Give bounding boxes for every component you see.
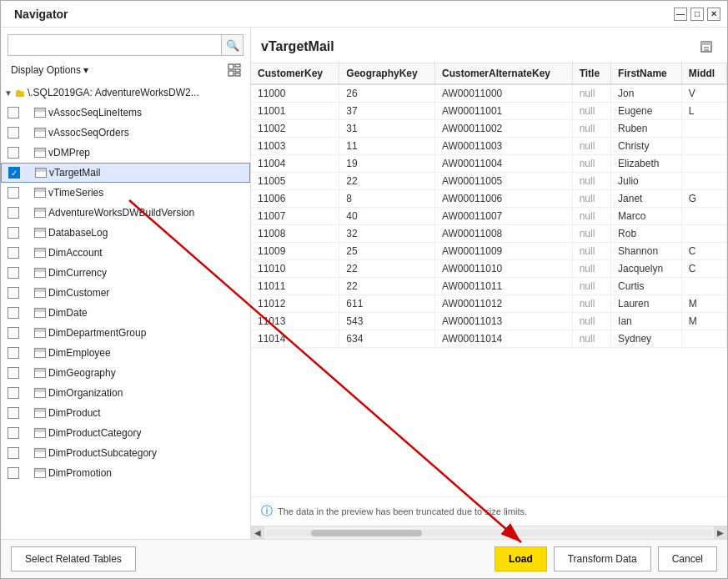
table-area[interactable]: CustomerKeyGeographyKeyCustomerAlternate… [251, 63, 727, 496]
tree-item-DimGeography[interactable]: DimGeography [1, 363, 250, 383]
checkbox-DimDepartmentGroup[interactable] [8, 327, 19, 339]
scroll-left-button[interactable]: ◀ [251, 526, 264, 540]
load-button[interactable]: Load [495, 546, 547, 571]
cell-middl [681, 208, 726, 225]
table-icon-DimAccount [34, 248, 46, 258]
tree-item-vDMPrep[interactable]: vDMPrep [1, 143, 250, 163]
display-options-label: Display Options [11, 64, 81, 76]
tree-item-DimProductSubcategory[interactable]: DimProductSubcategory [1, 443, 250, 463]
cell-firstname: Sydney [611, 330, 682, 348]
tree-item-vAssocSeqLineItems[interactable]: vAssocSeqLineItems [1, 103, 250, 123]
tree-item-DimCurrency[interactable]: DimCurrency [1, 263, 250, 283]
tree-item-DimProduct[interactable]: DimProduct [1, 403, 250, 423]
checkbox-DimEmployee[interactable] [8, 347, 19, 359]
cell-firstname: Eugene [611, 103, 682, 120]
tree-item-vTargetMail[interactable]: ✓vTargetMail [1, 163, 250, 183]
cell-geographykey: 40 [339, 208, 435, 225]
checkbox-DimProduct[interactable] [8, 407, 19, 419]
checkbox-DatabaseLog[interactable] [8, 227, 19, 239]
close-button[interactable]: ✕ [707, 8, 720, 21]
cell-middl: G [681, 190, 726, 208]
search-button[interactable]: 🔍 [222, 34, 244, 56]
tree-item-AdventureWorksDWBuildVersion[interactable]: AdventureWorksDWBuildVersion [1, 203, 250, 223]
tree-view-icon-button[interactable] [225, 61, 244, 79]
checkbox-DimProductCategory[interactable] [8, 427, 19, 439]
horizontal-scrollbar[interactable]: ◀ ▶ [251, 526, 727, 539]
checkbox-AdventureWorksDWBuildVersion[interactable] [8, 207, 19, 219]
restore-button[interactable]: □ [690, 8, 704, 21]
checkbox-DimOrganization[interactable] [8, 387, 19, 399]
cell-customerkey: 11000 [251, 84, 339, 103]
tree-item-DimEmployee[interactable]: DimEmployee [1, 343, 250, 363]
tree-item-DimPromotion[interactable]: DimPromotion [1, 463, 250, 483]
cell-geographykey: 543 [339, 313, 435, 330]
checkbox-vAssocSeqOrders[interactable] [8, 127, 19, 138]
cell-title: null [572, 155, 610, 173]
svg-rect-3 [235, 69, 240, 72]
display-options-button[interactable]: Display Options ▾ [8, 63, 92, 78]
cell-title: null [572, 208, 610, 225]
cell-customeralternatekey: AW00011003 [434, 138, 572, 155]
cell-middl [681, 225, 726, 243]
tree-item-label-vTimeSeries: vTimeSeries [48, 187, 103, 199]
checkbox-DimCustomer[interactable] [8, 287, 19, 299]
checkbox-DimPromotion[interactable] [8, 467, 19, 479]
checkbox-DimDate[interactable] [8, 307, 19, 319]
transform-data-button[interactable]: Transform Data [554, 546, 651, 571]
tree-item-DimOrganization[interactable]: DimOrganization [1, 383, 250, 403]
root-label: \.SQL2019GA: AdventureWorksDW2... [28, 87, 199, 98]
scroll-track[interactable] [266, 530, 712, 536]
title-bar-controls: — □ ✕ [674, 8, 720, 21]
preview-export-button[interactable] [695, 36, 717, 58]
tree-item-label-DimDepartmentGroup: DimDepartmentGroup [48, 327, 146, 339]
footer-left: Select Related Tables [11, 546, 136, 571]
col-header-firstname: FirstName [611, 63, 682, 84]
right-panel: vTargetMail CustomerKeyGeographyKeyCusto… [251, 28, 727, 539]
table-icon-DatabaseLog [34, 228, 46, 238]
tree-item-vAssocSeqOrders[interactable]: vAssocSeqOrders [1, 123, 250, 143]
tree-item-label-DimProductSubcategory: DimProductSubcategory [48, 447, 157, 459]
root-expand-arrow: ▼ [4, 88, 13, 98]
tree-item-DimAccount[interactable]: DimAccount [1, 243, 250, 263]
table-row: 1100231AW00011002nullRuben [251, 120, 727, 138]
search-input[interactable] [8, 34, 222, 56]
table-row: 1100740AW00011007nullMarco [251, 208, 727, 225]
cell-title: null [572, 260, 610, 278]
tree-item-label-AdventureWorksDWBuildVersion: AdventureWorksDWBuildVersion [48, 207, 194, 219]
title-bar: Navigator — □ ✕ [1, 1, 727, 28]
checkbox-DimAccount[interactable] [8, 247, 19, 259]
cell-customeralternatekey: AW00011007 [434, 208, 572, 225]
cell-title: null [572, 313, 610, 330]
cell-customeralternatekey: AW00011008 [434, 225, 572, 243]
checkbox-DimGeography[interactable] [8, 367, 19, 379]
cell-geographykey: 31 [339, 120, 435, 138]
table-row: 1100137AW00011001nullEugeneL [251, 103, 727, 120]
table-icon-vDMPrep [34, 148, 46, 158]
checkbox-vTargetMail[interactable]: ✓ [8, 167, 20, 179]
checkbox-vTimeSeries[interactable] [8, 187, 19, 199]
tree-item-DimCustomer[interactable]: DimCustomer [1, 283, 250, 303]
cell-customerkey: 11010 [251, 260, 339, 278]
tree-item-DimDepartmentGroup[interactable]: DimDepartmentGroup [1, 323, 250, 343]
svg-rect-1 [235, 64, 240, 67]
cell-middl: C [681, 243, 726, 260]
tree-item-vTimeSeries[interactable]: vTimeSeries [1, 183, 250, 203]
checkbox-DimProductSubcategory[interactable] [8, 447, 19, 459]
tree-items-container: vAssocSeqLineItemsvAssocSeqOrdersvDMPrep… [1, 103, 250, 483]
scroll-thumb[interactable] [311, 530, 423, 536]
cell-firstname: Marco [611, 208, 682, 225]
info-text: The data in the preview has been truncat… [278, 506, 527, 516]
cancel-button[interactable]: Cancel [658, 546, 717, 571]
checkbox-DimCurrency[interactable] [8, 267, 19, 279]
tree-item-DatabaseLog[interactable]: DatabaseLog [1, 223, 250, 243]
tree-root[interactable]: ▼ 🖿 \.SQL2019GA: AdventureWorksDW2... [1, 83, 250, 103]
checkbox-vAssocSeqLineItems[interactable] [8, 107, 19, 118]
tree-item-label-DimAccount: DimAccount [48, 247, 103, 259]
tree-item-DimDate[interactable]: DimDate [1, 303, 250, 323]
tree-item-DimProductCategory[interactable]: DimProductCategory [1, 423, 250, 443]
checkbox-vDMPrep[interactable] [8, 147, 19, 159]
minimize-button[interactable]: — [674, 8, 687, 21]
select-related-tables-button[interactable]: Select Related Tables [11, 546, 136, 571]
scroll-right-button[interactable]: ▶ [714, 526, 727, 540]
tree-area[interactable]: ▼ 🖿 \.SQL2019GA: AdventureWorksDW2... vA… [1, 83, 250, 539]
